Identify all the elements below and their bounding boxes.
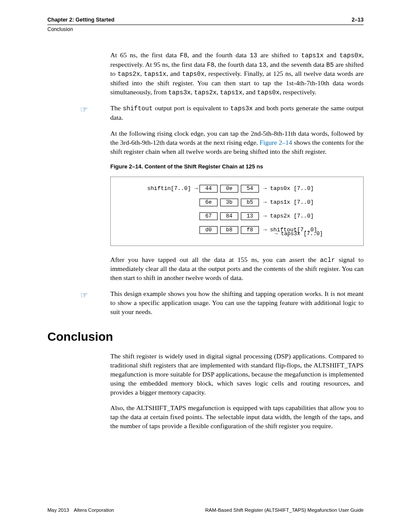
note-2: This design example shows you how the sh… bbox=[110, 289, 364, 317]
note-1: The shiftout output port is equivalent t… bbox=[110, 104, 364, 122]
figure-caption: Figure 2–14. Content of the Shift Regist… bbox=[110, 163, 364, 171]
page-footer: May 2013 Altera Corporation RAM-Based Sh… bbox=[47, 507, 364, 514]
taps2x-label: taps2x [7..0] bbox=[268, 212, 329, 220]
conclusion-heading: Conclusion bbox=[47, 329, 364, 345]
footer-right: RAM-Based Shift Register (ALTSHIFT_TAPS)… bbox=[205, 507, 364, 514]
taps1x-label: taps1x [7..0] bbox=[268, 199, 329, 206]
arrow-right-icon: → bbox=[194, 185, 198, 193]
header-section: Conclusion bbox=[47, 26, 364, 33]
sr-cell: 44 bbox=[199, 185, 218, 193]
sr-cell: 84 bbox=[220, 212, 238, 220]
hand-point-icon bbox=[80, 289, 88, 301]
sr-cell: d0 bbox=[199, 226, 218, 234]
sr-cell: b5 bbox=[241, 199, 259, 206]
hand-point-icon bbox=[80, 104, 88, 115]
shiftin-label: shiftin[7..0] bbox=[145, 185, 193, 193]
sr-cell: 13 bbox=[241, 212, 259, 220]
arrow-right-icon: → bbox=[263, 199, 267, 206]
header-pagenum: 2–13 bbox=[352, 16, 364, 24]
conclusion-p1: The shift register is widely used in dig… bbox=[110, 352, 364, 397]
taps0x-label: taps0x [7..0] bbox=[268, 185, 329, 193]
sr-cell: 67 bbox=[199, 212, 218, 220]
sr-cell: 0e bbox=[220, 185, 238, 193]
paragraph-3: After you have tapped out all the data a… bbox=[110, 255, 364, 283]
sr-row-0: shiftin[7..0] → 44 0e 54 → taps0x [7..0] bbox=[119, 185, 355, 193]
conclusion-p2: Also, the ALTSHIFT_TAPS megafunction is … bbox=[110, 404, 364, 431]
sr-cell: 54 bbox=[241, 185, 259, 193]
page-header: Chapter 2: Getting Started 2–13 bbox=[47, 16, 364, 25]
sr-row-2: 67 84 13 → taps2x [7..0] bbox=[119, 212, 355, 220]
sr-cell: f8 bbox=[241, 226, 259, 234]
sr-cell: b8 bbox=[220, 226, 238, 234]
arrow-right-icon: → bbox=[263, 212, 267, 220]
arrow-right-icon: → bbox=[263, 185, 267, 193]
figure-link[interactable]: Figure 2–14 bbox=[260, 139, 292, 146]
sr-row-1: 6e 3b b5 → taps1x [7..0] bbox=[119, 199, 355, 206]
paragraph-1: At 65 ns, the first data F8, and the fou… bbox=[110, 51, 364, 97]
paragraph-2: At the following rising clock edge, you … bbox=[110, 129, 364, 156]
sr-cell: 6e bbox=[199, 199, 218, 206]
arrow-right-icon: → bbox=[263, 226, 267, 234]
footer-left: May 2013 Altera Corporation bbox=[47, 507, 114, 514]
sr-cell: 3b bbox=[220, 199, 238, 206]
figure-diagram: shiftin[7..0] → 44 0e 54 → taps0x [7..0]… bbox=[110, 177, 364, 246]
taps3x-label: → taps3x [7..0] bbox=[274, 230, 355, 238]
header-chapter: Chapter 2: Getting Started bbox=[47, 16, 115, 24]
